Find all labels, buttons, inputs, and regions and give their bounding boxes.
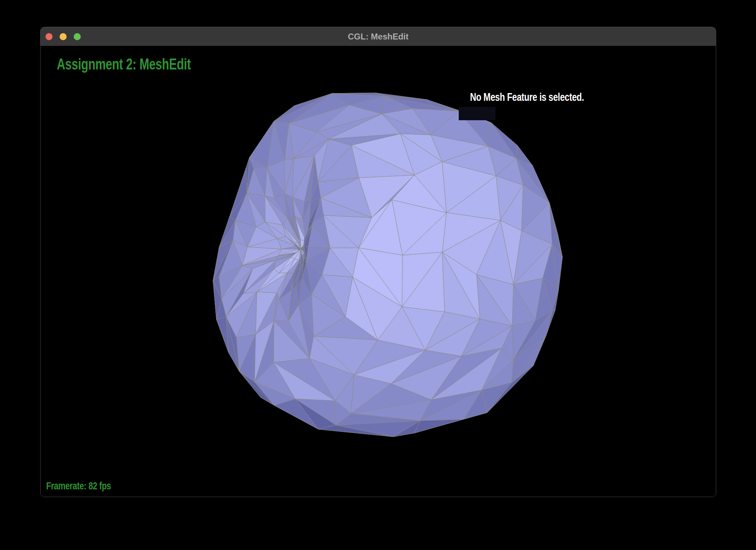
selection-message: No Mesh Feature is selected. — [470, 91, 584, 104]
app-window: CGL: MeshEdit Assignment 2: MeshEdit No … — [40, 27, 716, 497]
message-backdrop — [459, 107, 495, 120]
framerate-label: Framerate: 82 fps — [46, 480, 111, 492]
window-title: CGL: MeshEdit — [41, 27, 716, 46]
titlebar[interactable]: CGL: MeshEdit — [41, 27, 716, 46]
desktop-background: { "window": { "title": "CGL: MeshEdit", … — [0, 0, 756, 550]
mesh-canvas[interactable] — [41, 46, 716, 497]
assignment-heading: Assignment 2: MeshEdit — [57, 55, 191, 73]
